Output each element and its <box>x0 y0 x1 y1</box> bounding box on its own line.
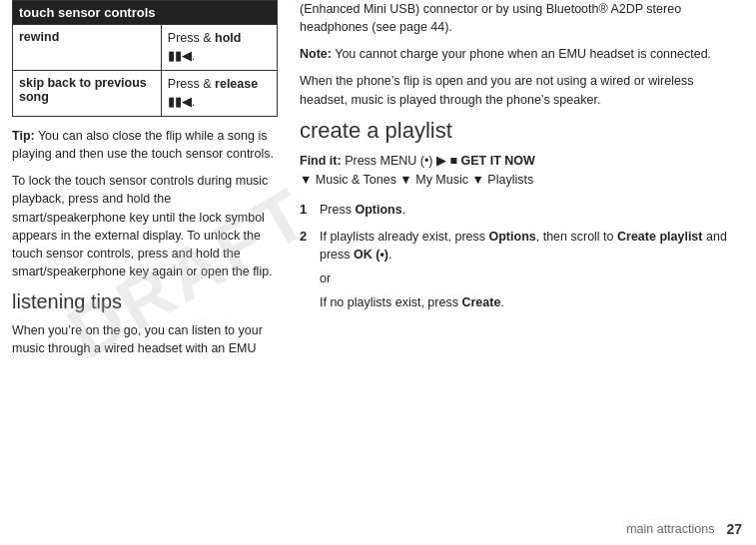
steps-list: 1 Press Options. 2 If playlists already … <box>300 201 742 264</box>
step-2-mid: , then scroll to <box>536 230 617 244</box>
get-it-now: GET IT NOW <box>461 154 535 168</box>
tip-text: You can also close the flip while a song… <box>12 129 274 161</box>
step-2-content: If playlists already exist, press Option… <box>320 228 742 264</box>
step-2-num: 2 <box>300 228 320 247</box>
step-1: 1 Press Options. <box>300 201 742 220</box>
step-2: 2 If playlists already exist, press Opti… <box>300 228 742 264</box>
find-it-text: Press MENU (•) ▶ <box>342 154 450 168</box>
step-1-post: . <box>402 203 405 217</box>
right-para-1: (Enhanced Mini USB) connector or by usin… <box>300 0 742 36</box>
tip-label: Tip: <box>12 129 35 143</box>
table-action-rewind: rewind <box>13 25 162 71</box>
table-desc-rewind: Press & hold ▮▮◀. <box>161 25 277 71</box>
step-2-post: . <box>388 248 391 262</box>
step-1-bold: Options <box>355 203 401 217</box>
note-label: Note: <box>300 47 332 61</box>
table-action-skip: skip back to previous song <box>13 71 162 117</box>
table-header: touch sensor controls <box>13 1 278 25</box>
step-1-content: Press Options. <box>320 201 742 219</box>
right-column: (Enhanced Mini USB) connector or by usin… <box>290 0 756 545</box>
speaker-paragraph: When the phone’s flip is open and you ar… <box>300 72 742 108</box>
step-2-bold2: Create playlist <box>617 230 702 244</box>
left-column: touch sensor controls rewind Press & hol… <box>0 0 290 545</box>
listening-tips-text: When you’re on the go, you can listen to… <box>12 321 278 357</box>
no-playlist-bold: Create <box>461 295 500 309</box>
find-it-icon: ■ <box>449 154 460 168</box>
step-2-pre: If playlists already exist, press <box>320 230 489 244</box>
listening-tips-heading: listening tips <box>12 289 278 313</box>
step-or: or <box>320 272 742 285</box>
sensor-controls-table: touch sensor controls rewind Press & hol… <box>12 0 278 117</box>
step-2-bold3: OK (•) <box>354 248 388 262</box>
step-2-bold1: Options <box>489 230 536 244</box>
skip-bold: release <box>215 77 258 91</box>
find-it-label: Find it: <box>300 154 342 168</box>
footer-page-num: 27 <box>726 521 742 537</box>
note-text: You cannot charge your phone when an EMU… <box>332 47 711 61</box>
lock-paragraph: To lock the touch sensor controls during… <box>12 172 278 280</box>
create-playlist-heading: create a playlist <box>300 118 742 144</box>
find-it-section: Find it: Press MENU (•) ▶ ■ GET IT NOW ▼… <box>300 152 742 191</box>
page-footer: main attractions 27 <box>626 521 742 537</box>
rewind-bold: hold <box>215 31 241 45</box>
step-1-num: 1 <box>300 201 320 220</box>
find-it-nav: ▼ Music & Tones ▼ My Music ▼ Playlists <box>300 173 533 187</box>
step-1-pre: Press <box>320 203 355 217</box>
note-paragraph: Note: You cannot charge your phone when … <box>300 45 742 63</box>
tip-paragraph: Tip: You can also close the flip while a… <box>12 127 278 163</box>
no-playlist-post: . <box>500 295 503 309</box>
no-playlist-step: If no playlists exist, press Create. <box>320 293 742 311</box>
no-playlist-pre: If no playlists exist, press <box>320 295 461 309</box>
footer-label: main attractions <box>626 522 714 536</box>
table-desc-skip: Press & release ▮▮◀. <box>161 71 277 117</box>
